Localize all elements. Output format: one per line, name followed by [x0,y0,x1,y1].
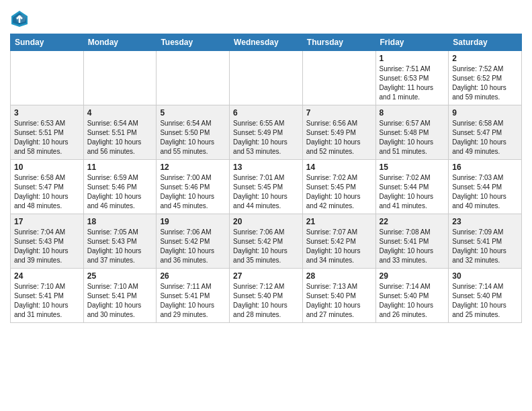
day-info: Sunrise: 7:06 AM Sunset: 5:42 PM Dayligh… [233,228,299,265]
day-number: 21 [306,217,372,226]
day-number: 13 [233,163,299,172]
day-info: Sunrise: 7:52 AM Sunset: 6:52 PM Dayligh… [452,64,518,102]
day-info: Sunrise: 7:13 AM Sunset: 5:40 PM Dayligh… [306,282,372,320]
day-info: Sunrise: 6:53 AM Sunset: 5:51 PM Dayligh… [14,119,80,156]
weekday-header: Thursday [302,34,375,51]
day-number: 30 [452,271,518,281]
weekday-header: Friday [375,34,449,51]
calendar-cell: 18Sunrise: 7:05 AM Sunset: 5:43 PM Dayli… [83,214,157,269]
day-info: Sunrise: 7:02 AM Sunset: 5:44 PM Dayligh… [380,173,445,211]
day-info: Sunrise: 6:57 AM Sunset: 5:48 PM Dayligh… [380,119,445,156]
day-number: 6 [233,108,299,118]
calendar-cell: 11Sunrise: 6:59 AM Sunset: 5:46 PM Dayli… [83,160,157,214]
day-number: 16 [452,163,518,172]
day-number: 3 [14,108,80,118]
calendar-table: SundayMondayTuesdayWednesdayThursdayFrid… [10,34,522,323]
day-info: Sunrise: 6:58 AM Sunset: 5:47 PM Dayligh… [14,173,80,211]
calendar-cell: 7Sunrise: 6:56 AM Sunset: 5:49 PM Daylig… [302,105,375,160]
calendar-cell: 17Sunrise: 7:04 AM Sunset: 5:43 PM Dayli… [11,214,84,269]
day-number: 23 [452,217,518,226]
day-info: Sunrise: 7:12 AM Sunset: 5:40 PM Dayligh… [233,282,299,320]
day-info: Sunrise: 6:54 AM Sunset: 5:51 PM Dayligh… [87,119,153,156]
calendar-week-row: 17Sunrise: 7:04 AM Sunset: 5:43 PM Dayli… [11,214,522,269]
calendar-cell: 14Sunrise: 7:02 AM Sunset: 5:45 PM Dayli… [302,160,375,214]
header [10,7,522,28]
day-number: 11 [87,163,153,172]
day-number: 14 [306,163,372,172]
day-info: Sunrise: 6:58 AM Sunset: 5:47 PM Dayligh… [452,119,518,156]
day-number: 28 [306,271,372,281]
day-number: 8 [380,108,445,118]
calendar-week-row: 1Sunrise: 7:51 AM Sunset: 6:53 PM Daylig… [11,51,522,105]
weekday-header: Saturday [449,34,522,51]
day-number: 17 [14,217,80,226]
day-info: Sunrise: 7:14 AM Sunset: 5:40 PM Dayligh… [380,282,445,320]
day-info: Sunrise: 6:59 AM Sunset: 5:46 PM Dayligh… [87,173,153,211]
calendar-cell [83,51,157,105]
calendar-cell: 24Sunrise: 7:10 AM Sunset: 5:41 PM Dayli… [11,269,84,323]
calendar-cell: 15Sunrise: 7:02 AM Sunset: 5:44 PM Dayli… [375,160,449,214]
calendar-cell: 5Sunrise: 6:54 AM Sunset: 5:50 PM Daylig… [157,105,230,160]
day-info: Sunrise: 7:07 AM Sunset: 5:42 PM Dayligh… [306,228,372,265]
calendar-cell: 3Sunrise: 6:53 AM Sunset: 5:51 PM Daylig… [11,105,84,160]
day-number: 10 [14,163,80,172]
day-info: Sunrise: 7:02 AM Sunset: 5:45 PM Dayligh… [306,173,372,211]
page: SundayMondayTuesdayWednesdayThursdayFrid… [0,0,532,333]
calendar-cell: 16Sunrise: 7:03 AM Sunset: 5:44 PM Dayli… [449,160,522,214]
day-number: 26 [160,271,226,281]
day-number: 4 [87,108,153,118]
day-info: Sunrise: 7:00 AM Sunset: 5:46 PM Dayligh… [160,173,226,211]
day-info: Sunrise: 7:09 AM Sunset: 5:41 PM Dayligh… [452,228,518,265]
calendar-week-row: 3Sunrise: 6:53 AM Sunset: 5:51 PM Daylig… [11,105,522,160]
logo [10,7,31,28]
calendar-cell: 8Sunrise: 6:57 AM Sunset: 5:48 PM Daylig… [375,105,449,160]
calendar-cell: 6Sunrise: 6:55 AM Sunset: 5:49 PM Daylig… [230,105,303,160]
weekday-header: Monday [83,34,157,51]
day-info: Sunrise: 7:14 AM Sunset: 5:40 PM Dayligh… [452,282,518,320]
day-number: 27 [233,271,299,281]
calendar-cell: 20Sunrise: 7:06 AM Sunset: 5:42 PM Dayli… [230,214,303,269]
calendar-cell [157,51,230,105]
calendar-cell: 30Sunrise: 7:14 AM Sunset: 5:40 PM Dayli… [449,269,522,323]
calendar-cell [302,51,375,105]
day-info: Sunrise: 7:04 AM Sunset: 5:43 PM Dayligh… [14,228,80,265]
calendar-cell: 12Sunrise: 7:00 AM Sunset: 5:46 PM Dayli… [157,160,230,214]
calendar-cell [11,51,84,105]
day-info: Sunrise: 7:51 AM Sunset: 6:53 PM Dayligh… [380,64,445,102]
day-number: 7 [306,108,372,118]
weekday-header: Wednesday [230,34,303,51]
day-number: 24 [14,271,80,281]
calendar-cell: 26Sunrise: 7:11 AM Sunset: 5:41 PM Dayli… [157,269,230,323]
calendar-cell: 2Sunrise: 7:52 AM Sunset: 6:52 PM Daylig… [449,51,522,105]
day-info: Sunrise: 7:11 AM Sunset: 5:41 PM Dayligh… [160,282,226,320]
calendar-cell: 10Sunrise: 6:58 AM Sunset: 5:47 PM Dayli… [11,160,84,214]
day-number: 1 [380,54,445,63]
day-info: Sunrise: 6:55 AM Sunset: 5:49 PM Dayligh… [233,119,299,156]
weekday-header: Sunday [11,34,84,51]
day-info: Sunrise: 7:10 AM Sunset: 5:41 PM Dayligh… [14,282,80,320]
day-info: Sunrise: 6:56 AM Sunset: 5:49 PM Dayligh… [306,119,372,156]
day-info: Sunrise: 7:10 AM Sunset: 5:41 PM Dayligh… [87,282,153,320]
day-number: 18 [87,217,153,226]
day-info: Sunrise: 6:54 AM Sunset: 5:50 PM Dayligh… [160,119,226,156]
calendar-cell: 22Sunrise: 7:08 AM Sunset: 5:41 PM Dayli… [375,214,449,269]
weekday-header: Tuesday [157,34,230,51]
day-info: Sunrise: 7:08 AM Sunset: 5:41 PM Dayligh… [380,228,445,265]
logo-icon [10,9,29,28]
day-info: Sunrise: 7:01 AM Sunset: 5:45 PM Dayligh… [233,173,299,211]
calendar-week-row: 10Sunrise: 6:58 AM Sunset: 5:47 PM Dayli… [11,160,522,214]
calendar-cell: 19Sunrise: 7:06 AM Sunset: 5:42 PM Dayli… [157,214,230,269]
day-number: 25 [87,271,153,281]
calendar-cell: 21Sunrise: 7:07 AM Sunset: 5:42 PM Dayli… [302,214,375,269]
day-number: 2 [452,54,518,63]
day-number: 12 [160,163,226,172]
day-number: 22 [380,217,445,226]
day-number: 19 [160,217,226,226]
day-number: 5 [160,108,226,118]
day-number: 9 [452,108,518,118]
calendar-cell: 28Sunrise: 7:13 AM Sunset: 5:40 PM Dayli… [302,269,375,323]
calendar-cell: 23Sunrise: 7:09 AM Sunset: 5:41 PM Dayli… [449,214,522,269]
day-number: 20 [233,217,299,226]
calendar-cell: 29Sunrise: 7:14 AM Sunset: 5:40 PM Dayli… [375,269,449,323]
calendar-header-row: SundayMondayTuesdayWednesdayThursdayFrid… [11,34,522,51]
